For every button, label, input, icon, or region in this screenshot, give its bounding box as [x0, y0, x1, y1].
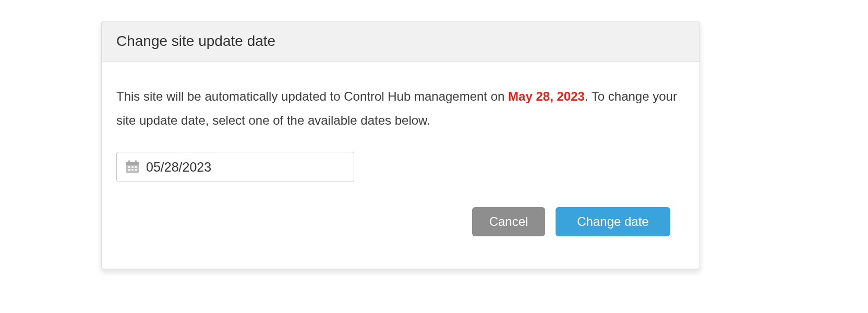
svg-rect-1 [126, 162, 139, 165]
dialog-title: Change site update date [116, 33, 685, 50]
dialog-header: Change site update date [102, 21, 700, 62]
svg-rect-4 [128, 166, 130, 168]
date-input-value: 05/28/2023 [146, 160, 211, 175]
dialog-footer: Cancel Change date [116, 207, 685, 254]
svg-rect-9 [135, 169, 137, 171]
svg-rect-6 [135, 166, 137, 168]
svg-rect-2 [128, 161, 130, 164]
highlight-date: May 28, 2023 [508, 89, 585, 103]
description-pre: This site will be automatically updated … [116, 89, 508, 103]
change-site-update-date-dialog: Change site update date This site will b… [101, 21, 700, 269]
calendar-icon [124, 159, 141, 175]
date-input[interactable]: 05/28/2023 [116, 152, 354, 182]
dialog-body: This site will be automatically updated … [102, 62, 700, 269]
svg-rect-3 [135, 161, 137, 164]
change-date-button[interactable]: Change date [556, 207, 670, 236]
svg-rect-5 [131, 166, 133, 168]
svg-rect-8 [131, 169, 133, 171]
svg-rect-7 [128, 169, 130, 171]
dialog-description: This site will be automatically updated … [116, 85, 685, 132]
cancel-button[interactable]: Cancel [472, 207, 545, 236]
